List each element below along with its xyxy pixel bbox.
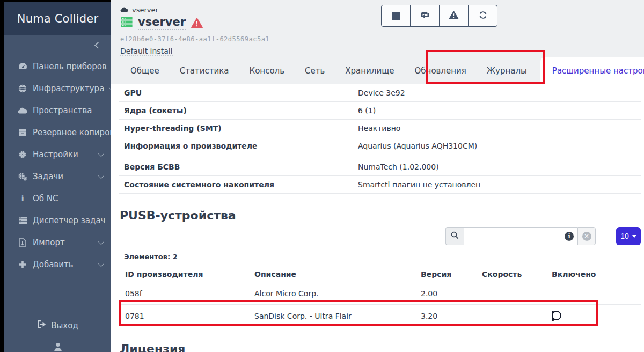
property-label: Ядра (сокеты) [119, 106, 358, 115]
properties-group: GPU Device 3e92 Ядра (сокеты) 6 (1) Hype… [119, 84, 641, 155]
vm-toolbar [381, 5, 497, 27]
tab-advanced-settings[interactable]: Расширенные настройки [540, 57, 644, 84]
chevron-down-icon [98, 260, 104, 266]
cell-description: SanDisk Corp. - Ultra Flair [254, 312, 421, 320]
advanced-settings-panel: GPU Device 3e92 Ядра (сокеты) 6 (1) Hype… [111, 84, 644, 352]
property-row: Hyper-threading (SMT) Неактивно [119, 120, 641, 137]
enabled-toggle[interactable] [552, 311, 554, 321]
license-section-heading: Лицензия [120, 342, 641, 352]
sidebar-nav: Панель приборов Инфраструктура Пространс… [4, 55, 111, 275]
chevron-down-icon [98, 172, 104, 178]
property-value: 6 (1) [358, 106, 376, 115]
chevron-down-icon [98, 150, 104, 156]
server-stack-icon [17, 217, 28, 224]
property-value: Smartctl плагин не установлен [358, 180, 480, 189]
signout-button[interactable]: Выход [37, 320, 78, 331]
app-logo: Numa Collider [4, 0, 111, 35]
caret-down-icon [632, 235, 636, 238]
tab-storage[interactable]: Хранилище [335, 66, 404, 76]
table-row: 0781 SanDisk Corp. - Ultra Flair 3.20 [119, 305, 641, 327]
col-header-vendor-id: ID производителя [119, 270, 254, 278]
tab-stats[interactable]: Статистика [170, 66, 239, 76]
object-header: vserver vserver ef28b6e0-37f6-4e86-aa1f-… [111, 0, 644, 56]
sidebar-item-label: Диспетчер задач [33, 216, 105, 225]
property-label: Состояние системного накопителя [119, 180, 358, 189]
stop-button[interactable] [381, 5, 411, 27]
tab-updates[interactable]: Обновления [405, 66, 477, 76]
cloud-icon [17, 107, 28, 114]
gear-icon [17, 150, 28, 159]
archive-icon [17, 129, 28, 136]
property-label: GPU [119, 89, 358, 97]
cell-version: 2.00 [421, 289, 482, 298]
stop-icon [392, 12, 400, 20]
property-value: Неактивно [358, 124, 400, 133]
sidebar-item-label: Настройки [33, 150, 78, 159]
tab-console[interactable]: Консоль [239, 66, 295, 76]
force-reboot-icon [420, 11, 430, 21]
vm-uuid: ef28b6e0-37f6-4e86-aa1f-62d5569ac5a1 [120, 35, 644, 43]
property-row: GPU Device 3e92 [119, 84, 641, 102]
sidebar-item-task-manager[interactable]: Диспетчер задач [4, 209, 111, 231]
page-size-dropdown[interactable]: 10 [616, 227, 641, 245]
user-avatar-icon[interactable] [54, 342, 62, 352]
sidebar-item-label: Добавить [33, 260, 74, 269]
vm-description[interactable]: Default install [120, 47, 173, 56]
search-clear-button[interactable]: × [577, 227, 596, 245]
search-input[interactable] [464, 228, 577, 245]
property-row: Ядра (сокеты) 6 (1) [119, 102, 641, 120]
gears-icon [17, 172, 28, 181]
sidebar-item-label: Панель приборов [33, 62, 107, 71]
property-value: NumaTech (1.02.000) [358, 163, 439, 171]
tab-general[interactable]: Общее [120, 66, 170, 76]
sidebar-item-label: Импорт [33, 238, 65, 247]
col-header-enabled: Включено [552, 270, 641, 278]
sidebar-item-backup[interactable]: Резервное копирование [4, 121, 111, 143]
globe-icon [17, 84, 28, 93]
tab-network[interactable]: Сеть [295, 66, 335, 76]
sidebar-item-add[interactable]: Добавить [4, 253, 111, 275]
property-value: Aquarius (Aquarius AQH310CM) [358, 142, 477, 150]
sidebar-item-label: Об NC [33, 194, 58, 203]
page-size-value: 10 [620, 232, 629, 240]
sidebar-item-label: Задачи [33, 172, 63, 181]
sidebar-item-settings[interactable]: Настройки [4, 143, 111, 165]
tab-bar: Общее Статистика Консоль Сеть Хранилище … [120, 57, 644, 84]
sidebar-item-tasks[interactable]: Задачи [4, 165, 111, 187]
warning-button[interactable] [439, 5, 469, 27]
pusb-section-heading: PUSB-устройства [120, 209, 641, 222]
toggle-knob [541, 295, 551, 304]
sidebar-item-dashboard[interactable]: Панель приборов [4, 55, 111, 77]
cell-enabled [552, 312, 641, 320]
chevron-down-icon [98, 238, 104, 244]
import-file-icon [17, 238, 28, 247]
page-title[interactable]: vserver [138, 16, 186, 30]
refresh-button[interactable] [468, 5, 497, 27]
table-row: 058f Alcor Micro Corp. 2.00 [119, 282, 641, 305]
search-info-icon[interactable]: i [565, 232, 574, 241]
sidebar-item-import[interactable]: Импорт [4, 231, 111, 253]
cloud-icon [120, 6, 128, 14]
tab-logs[interactable]: Журналы [477, 66, 537, 76]
vm-icon [120, 17, 133, 30]
tachometer-icon [17, 62, 28, 70]
property-label: Hyper-threading (SMT) [119, 124, 358, 133]
properties-group: Версия БСВВ NumaTech (1.02.000) Состояни… [119, 158, 641, 194]
app-window: Numa Collider Панель приборов Инфраструк… [4, 0, 644, 352]
property-row: Версия БСВВ NumaTech (1.02.000) [119, 158, 641, 176]
sidebar-item-spaces[interactable]: Пространства [4, 99, 111, 121]
sidebar-item-infrastructure[interactable]: Инфраструктура [4, 77, 111, 99]
pusb-search-row: i × 10 [119, 227, 641, 245]
toggle-knob [552, 311, 561, 320]
cell-vendor-id: 0781 [119, 312, 254, 320]
search-icon [451, 231, 459, 241]
sidebar-collapse-button[interactable] [4, 35, 111, 55]
sidebar-item-about[interactable]: i Об NC [4, 187, 111, 209]
breadcrumb-label: vserver [132, 6, 158, 14]
search-addon [445, 227, 464, 245]
force-reboot-button[interactable] [410, 5, 440, 27]
property-row: Информация о производителе Aquarius (Aqu… [119, 137, 641, 155]
col-header-speed: Скорость [482, 270, 552, 278]
sidebar: Numa Collider Панель приборов Инфраструк… [4, 0, 111, 352]
warning-triangle-icon[interactable] [191, 18, 203, 28]
